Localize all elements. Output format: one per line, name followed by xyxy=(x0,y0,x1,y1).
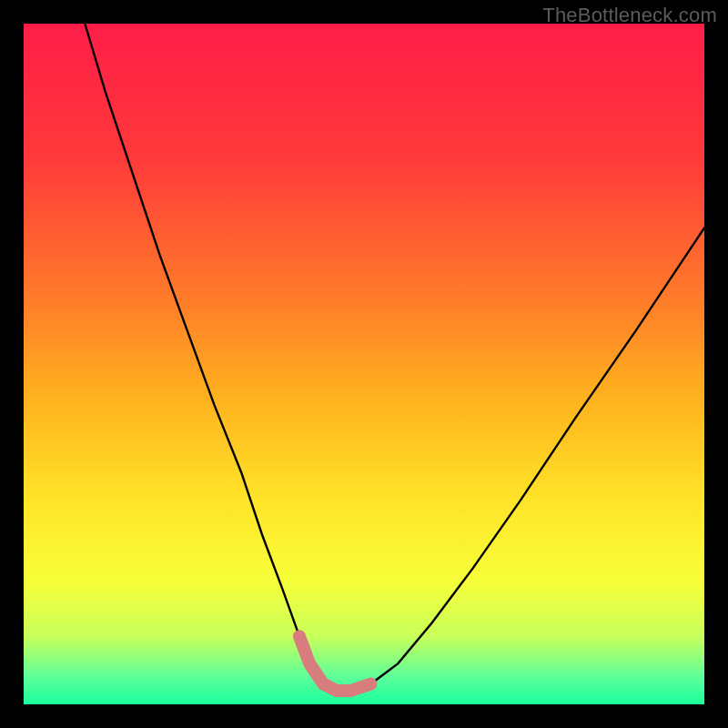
chart-svg xyxy=(24,24,704,704)
gradient-background xyxy=(24,24,704,704)
chart-frame: TheBottleneck.com xyxy=(0,0,728,728)
plot-area xyxy=(24,24,704,704)
watermark-label: TheBottleneck.com xyxy=(542,4,717,27)
